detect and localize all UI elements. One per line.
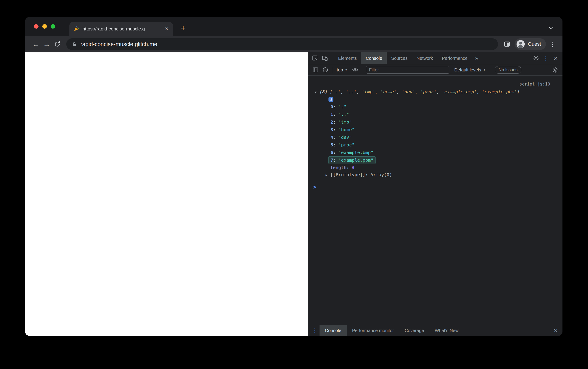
minimize-window-button[interactable]	[42, 24, 47, 29]
array-preview-items: '.','..','tmp','home','dev','proc','exam…	[333, 89, 517, 94]
url-text: rapid-concise-muscle.glitch.me	[80, 41, 157, 48]
gear-icon	[552, 67, 558, 73]
entry-value: "home"	[338, 127, 355, 132]
devtools-tab-label: Console	[366, 56, 382, 61]
drawer-tab-label: What's New	[435, 328, 459, 333]
preview-string: 'home'	[380, 89, 396, 94]
array-entry-row: 4:"dev"	[308, 133, 562, 141]
page-content	[25, 52, 308, 336]
party-popper-favicon-icon	[73, 26, 79, 32]
back-button[interactable]: ←	[30, 39, 41, 50]
devtools-tab[interactable]: Network	[412, 52, 437, 64]
devtools-tab-label: Network	[416, 56, 433, 61]
open-bracket: [	[330, 89, 333, 94]
array-entry-row: 0:"."	[308, 103, 562, 111]
entry-index: 6	[331, 150, 333, 155]
reload-button[interactable]	[52, 39, 63, 50]
collapse-triangle-icon[interactable]: ▼	[312, 89, 320, 96]
tab-title: https://rapid-concise-muscle.g	[82, 26, 161, 31]
filter-input[interactable]	[366, 66, 449, 74]
devtools-tabbar: Elements Console Sources Network	[308, 52, 562, 64]
comma: ,	[375, 89, 378, 94]
entry-chip: 4:"dev"	[328, 133, 354, 141]
source-link[interactable]: script.js:10	[519, 82, 550, 86]
entry-chip: 7:"example.pbm"	[328, 156, 375, 164]
browser-menu-button[interactable]: ⋮	[548, 39, 557, 50]
entry-value: "example.bmp"	[338, 150, 374, 155]
devtools-tab[interactable]: Performance	[437, 52, 472, 64]
clear-console-button[interactable]	[320, 67, 330, 73]
drawer-tabs: Console Performance monitor Coverage Wha…	[320, 325, 464, 336]
console-log-entry: ▼(8)['.','..','tmp','home','dev','proc',…	[308, 76, 562, 182]
array-entry-row: 7:"example.pbm"	[308, 156, 562, 164]
prototype-colon: :	[365, 172, 368, 177]
devtools-menu-button[interactable]: ⋮	[541, 52, 551, 64]
drawer-tab[interactable]: Coverage	[399, 325, 429, 336]
frame-context-select[interactable]: top ▼	[334, 67, 350, 72]
browser-tab[interactable]: https://rapid-concise-muscle.g ×	[70, 22, 173, 36]
drawer-tab[interactable]: What's New	[429, 325, 464, 336]
devtools-tab[interactable]: Console	[361, 52, 386, 64]
entry-chip: 6:"example.bmp"	[328, 149, 375, 156]
device-toolbar-button[interactable]	[320, 52, 330, 64]
drawer-close-button[interactable]: ×	[551, 325, 561, 336]
drawer-tab[interactable]: Performance monitor	[347, 325, 399, 336]
prototype-row: ▶[[Prototype]]:Array(0)	[308, 171, 562, 179]
expand-triangle-icon[interactable]: ▶	[323, 172, 330, 179]
log-levels-select[interactable]: Default levels ▼	[453, 67, 487, 72]
prototype-value: Array(0)	[371, 172, 392, 177]
close-window-button[interactable]	[34, 24, 39, 29]
entry-colon: :	[333, 104, 336, 110]
preview-string: 'example.pbm'	[482, 89, 517, 94]
console-sidebar-toggle-button[interactable]	[311, 67, 320, 73]
profile-button[interactable]: Guest	[515, 38, 546, 50]
profile-name: Guest	[528, 41, 541, 47]
drawer-menu-button[interactable]: ⋮	[310, 325, 320, 336]
devtools-panel: Elements Console Sources Network	[308, 52, 562, 336]
entry-value: "example.pbm"	[338, 157, 374, 163]
comma: ,	[357, 89, 359, 94]
inspect-element-button[interactable]	[310, 52, 320, 64]
devtools-tabbar-right: ⋮ ×	[531, 52, 561, 64]
new-tab-button[interactable]: +	[178, 23, 188, 33]
tab-close-icon[interactable]: ×	[164, 26, 169, 32]
console-prompt[interactable]: >	[308, 182, 562, 192]
entry-value: "dev"	[338, 134, 352, 140]
close-bracket: ]	[517, 89, 520, 94]
array-count: (8)	[320, 89, 328, 94]
side-panel-button[interactable]	[502, 39, 512, 50]
entry-value: "tmp"	[338, 119, 352, 125]
drawer-tab-label: Coverage	[405, 328, 424, 333]
chevron-down-icon: ▼	[483, 69, 486, 71]
preview-string: '.'	[333, 89, 341, 94]
inspect-cursor-icon	[312, 55, 318, 61]
devtools-settings-button[interactable]	[531, 52, 541, 64]
live-expression-button[interactable]	[350, 67, 360, 73]
devtools-close-button[interactable]: ×	[551, 52, 561, 64]
more-panels-button[interactable]: »	[472, 52, 481, 64]
zoom-window-button[interactable]	[51, 24, 55, 29]
entry-value: ".."	[338, 112, 349, 117]
devtools-tab[interactable]: Elements	[334, 52, 361, 64]
console-settings-button[interactable]	[550, 67, 560, 73]
entry-colon: :	[333, 150, 336, 155]
issues-counter[interactable]: No Issues	[495, 66, 521, 74]
array-preview-line: ▼(8)['.','..','tmp','home','dev','proc',…	[308, 88, 562, 96]
console-sidebar-icon	[312, 67, 319, 73]
gear-icon	[533, 55, 539, 61]
forward-button[interactable]: →	[41, 39, 52, 50]
tab-search-chevron-icon[interactable]	[547, 24, 554, 31]
comma: ,	[437, 89, 439, 94]
toolbar-separator	[332, 55, 332, 61]
chevron-down-icon: ▼	[345, 69, 347, 71]
entry-index: 4	[331, 134, 333, 140]
drawer-tab[interactable]: Console	[320, 325, 347, 336]
log-levels-label: Default levels	[454, 67, 481, 72]
length-value: 8	[352, 165, 354, 170]
omnibox[interactable]: rapid-concise-muscle.glitch.me	[66, 38, 498, 50]
entry-index: 2	[331, 119, 333, 125]
devtools-tab[interactable]: Sources	[387, 52, 412, 64]
entry-colon: :	[333, 134, 336, 140]
info-icon: i	[328, 97, 334, 102]
clear-console-icon	[322, 67, 328, 73]
